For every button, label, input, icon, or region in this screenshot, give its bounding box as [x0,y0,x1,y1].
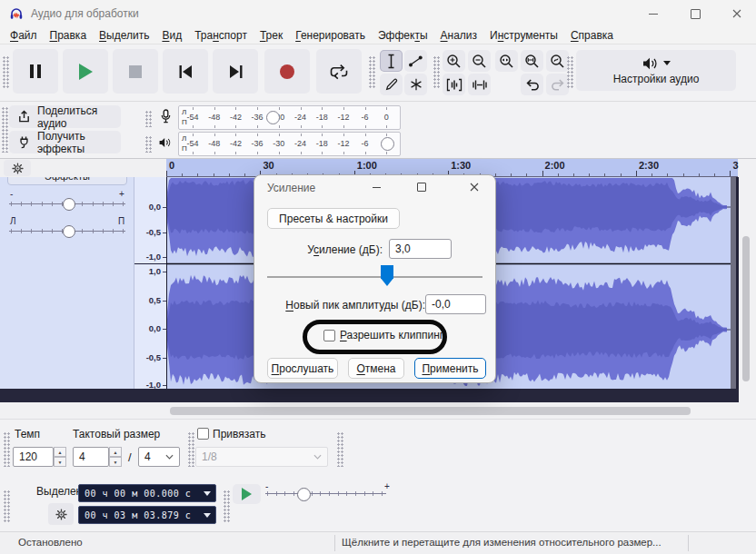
trim-audio-button[interactable] [443,74,465,95]
recording-gain-slider-thumb[interactable] [266,111,280,124]
edit-toolbar-grip[interactable] [433,56,440,89]
preview-button[interactable]: Прослушать [267,358,338,379]
window-minimize-button[interactable] [634,0,672,27]
meter-scale-label: -48 [208,113,220,122]
menu-item[interactable]: Генерировать [289,27,372,44]
redo-button[interactable] [546,74,569,95]
time-toolbar-grip[interactable] [337,432,343,467]
play-at-speed-button[interactable] [233,484,261,504]
stop-button[interactable] [113,49,158,94]
denominator-dropdown[interactable]: 4 [138,447,180,467]
menu-item[interactable]: Файл [4,27,44,44]
get-effects-button[interactable]: Получить эффекты [9,131,121,153]
track-control-panel[interactable]: Эффекты - + Л П [0,177,134,389]
beats-spinner[interactable]: ▲▼ [109,447,122,467]
vertical-scale-ruler[interactable]: 0,0-0,5-1,01,00,50,0-0,5-1,0 [134,177,166,389]
menu-item[interactable]: Анализ [434,27,484,44]
track-effects-button[interactable]: Эффекты [7,177,127,185]
horizontal-scrollbar-thumb[interactable] [170,407,691,415]
apply-button[interactable]: Применить [414,358,486,379]
snap-dropdown[interactable]: 1/8 [195,447,328,467]
chevron-down-icon [663,61,671,65]
menu-item[interactable]: Транспорт [188,27,254,44]
spinner-down-icon[interactable]: ▼ [109,457,122,467]
selection-tool-button[interactable] [380,50,403,72]
zoom-fit-project-button[interactable] [521,50,543,72]
beats-input[interactable]: 4 [73,447,109,467]
zoom-toggle-button[interactable] [546,50,569,72]
selection-toolbar-grip[interactable] [4,490,10,523]
gain-slider-thumb[interactable] [381,265,393,286]
meter-tick [257,125,258,128]
zoom-to-selection-button[interactable] [495,50,518,72]
share-toolbar-grip[interactable] [2,107,8,153]
playback-volume-slider-thumb[interactable] [381,137,394,151]
snap-toolbar-grip[interactable] [188,432,194,467]
envelope-tool-button[interactable] [404,50,427,72]
timesig-toolbar-grip[interactable] [4,432,10,467]
window-maximize-button[interactable] [676,0,714,27]
tools-toolbar-grip[interactable] [369,56,375,89]
pan-slider-thumb[interactable] [63,225,75,238]
speed-slider-thumb[interactable] [297,488,311,501]
spinner-down-icon[interactable]: ▼ [54,457,66,467]
tempo-input[interactable]: 120 [13,447,54,467]
playback-meter-grip[interactable] [145,136,152,153]
menu-item[interactable]: Выделить [93,27,155,44]
play-at-speed-grip[interactable] [224,490,230,523]
pause-button[interactable] [13,49,58,94]
meter-tick [386,107,387,110]
skip-to-end-button[interactable] [213,49,258,94]
play-button[interactable] [63,49,108,94]
menu-item[interactable]: Инструменты [483,27,564,44]
audio-setup-toolbar-grip[interactable] [567,56,573,89]
gain-slider-thumb[interactable] [63,198,75,211]
record-button[interactable] [264,49,310,94]
playback-meter[interactable]: Л П -54-48-42-36-30-24-18-12-60 [178,132,401,156]
menu-item[interactable]: Правка [44,27,94,44]
tempo-spinner[interactable]: ▲▼ [54,447,66,467]
zoom-in-button[interactable] [443,50,465,72]
draw-tool-button[interactable] [380,74,403,95]
window-close-button[interactable] [718,0,756,27]
selection-start-field[interactable]: 00 ч 00 м 00.000 с [78,484,216,502]
horizontal-scrollbar-track[interactable] [0,402,756,420]
zoom-out-button[interactable] [468,50,491,72]
selection-options-button[interactable] [48,503,74,525]
menu-item[interactable]: Справка [564,27,620,44]
skip-to-start-button[interactable] [163,49,208,94]
gain-slider-track[interactable] [267,276,482,278]
new-peak-input[interactable]: -0,0 [425,294,486,314]
meter-tick [322,107,323,110]
loop-button[interactable] [316,49,362,94]
timeline-options-button[interactable] [4,160,31,176]
cancel-button[interactable]: Отмена [348,358,404,379]
dialog-maximize-button[interactable] [412,177,432,197]
record-meter-grip[interactable] [145,111,152,127]
menu-item[interactable]: Вид [155,27,188,44]
speaker-icon [642,56,671,71]
vertical-scrollbar-thumb[interactable] [742,236,750,381]
menu-item[interactable]: Трек [254,27,289,44]
speed-slider-track[interactable] [265,493,386,494]
dialog-close-button[interactable] [464,177,484,197]
recording-meter[interactable]: Л П -54-48-42-36-30-24-18-12-60 [178,105,401,130]
share-audio-button[interactable]: Поделиться аудио [9,105,121,128]
silence-audio-button[interactable] [468,74,491,95]
presets-settings-button[interactable]: Пресеты & настройки [267,208,400,229]
snap-checkbox[interactable] [197,428,209,440]
spinner-up-icon[interactable]: ▲ [54,447,66,457]
selection-end-field[interactable]: 00 ч 03 м 03.879 с [78,506,216,524]
spinner-up-icon[interactable]: ▲ [109,447,122,457]
multi-tool-button[interactable] [404,74,427,95]
allow-clipping-checkbox[interactable] [323,330,335,341]
audio-setup-button[interactable]: Настройки аудио [576,50,736,91]
menu-item[interactable]: Эффекты [372,27,434,44]
gain-input[interactable]: 3,0 [389,239,452,259]
vertical-scrollbar-track[interactable] [739,159,756,402]
dialog-minimize-button[interactable] [366,177,386,197]
transport-toolbar-grip[interactable] [3,56,9,89]
undo-button[interactable] [521,74,543,95]
new-peak-label: Новый пик амплитуды (дБ): [269,299,425,312]
loop-icon [330,64,348,80]
